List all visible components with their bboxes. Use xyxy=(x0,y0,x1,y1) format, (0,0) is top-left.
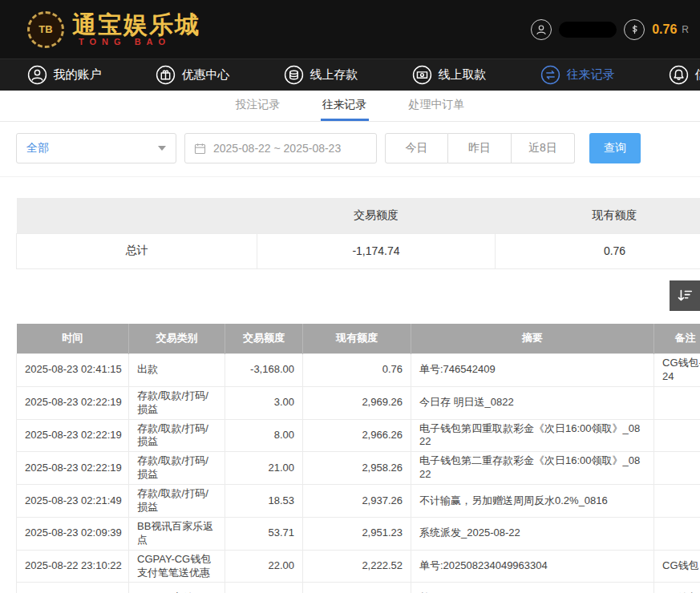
cell-summary: 电子钱包第二重存款彩金《次日16:00领取》_0822 xyxy=(411,452,654,485)
sort-descending-icon xyxy=(676,287,694,305)
cell-remark xyxy=(654,485,700,518)
cell-type: BB视讯百家乐返点 xyxy=(129,517,225,550)
nav-item-promotions[interactable]: 优惠中心 xyxy=(128,59,257,91)
nav-item-online-deposit[interactable]: 线上存款 xyxy=(257,59,385,91)
balance-amount: 0.76 xyxy=(652,22,677,37)
cell-remark: CG钱包-24 xyxy=(654,354,700,387)
cell-balance: 2,222.52 xyxy=(303,550,411,583)
summary-total-label: 总计 xyxy=(17,233,257,268)
cell-balance: 2,951.23 xyxy=(303,517,411,550)
main-nav: 我的账户 优惠中心 线上存款 线上取款 往来记录 xyxy=(0,58,700,91)
col-header-time: 时间 xyxy=(17,324,129,354)
nav-item-online-withdrawal[interactable]: 线上取款 xyxy=(385,59,513,91)
filter-bar: 全部 2025-08-22 ~ 2025-08-23 今日 昨日 近8日 查询 xyxy=(0,122,700,177)
cell-balance: 2,937.26 xyxy=(303,485,411,518)
transactions-body: 2025-08-23 02:41:15出款-3,168.000.76单号:746… xyxy=(17,354,700,593)
bell-icon xyxy=(669,65,689,85)
cell-summary: 电子钱包第四重取款彩金《次日16:00领取》_0822 xyxy=(411,419,654,452)
record-tabs: 投注记录 往来记录 处理中订单 xyxy=(0,91,700,122)
balance-dollar-icon[interactable] xyxy=(624,19,645,40)
col-header-remark: 备注 xyxy=(654,324,700,354)
summary-header-balance: 现有额度 xyxy=(496,198,700,233)
table-row: 2025-08-22 23:10:22CGPAY支付2,200.002,200.… xyxy=(17,583,700,593)
cell-remark: CG钱包 xyxy=(654,583,700,593)
col-header-summary: 摘要 xyxy=(411,324,654,354)
yesterday-button[interactable]: 昨日 xyxy=(448,133,512,163)
table-row: 2025-08-23 02:22:19存款/取款/打码/损益8.002,966.… xyxy=(17,419,700,452)
transactions-table: 时间 交易类别 交易额度 现有额度 摘要 备注 2025-08-23 02:41… xyxy=(16,324,700,593)
search-button[interactable]: 查询 xyxy=(589,133,641,163)
tab-transaction-records[interactable]: 往来记录 xyxy=(321,91,369,121)
cell-amount: 18.53 xyxy=(225,485,303,518)
nav-item-transaction-records[interactable]: 往来记录 xyxy=(513,59,641,91)
table-row: 2025-08-23 02:41:15出款-3,168.000.76单号:746… xyxy=(17,354,700,387)
nav-item-my-account[interactable]: 我的账户 xyxy=(0,59,128,91)
cell-amount: 53.71 xyxy=(225,517,303,550)
nav-item-label: 线上存款 xyxy=(310,67,358,83)
cell-summary: 单号:202508234049963304 xyxy=(411,550,654,583)
transfer-icon xyxy=(540,65,560,85)
nav-item-label: 线上取款 xyxy=(439,67,487,83)
account-area: 0.76 R xyxy=(531,19,692,40)
date-range-value: 2025-08-22 ~ 2025-08-23 xyxy=(213,142,341,155)
cell-time: 2025-08-23 02:22:19 xyxy=(17,419,129,452)
calendar-icon xyxy=(193,142,207,155)
last-8-days-button[interactable]: 近8日 xyxy=(512,133,575,163)
cell-balance: 2,200.52 xyxy=(303,583,411,593)
today-button[interactable]: 今日 xyxy=(385,133,448,163)
user-avatar-icon[interactable] xyxy=(531,19,552,40)
nav-item-label: 信息公告 xyxy=(695,67,700,83)
toolbar-row xyxy=(0,280,700,311)
cell-type: CGPAY支付 xyxy=(129,583,225,593)
cell-time: 2025-08-23 02:21:49 xyxy=(17,485,129,518)
summary-total-row: 总计 -1,174.74 0.76 xyxy=(17,233,700,268)
table-row: 2025-08-22 23:10:22CGPAY-CG钱包支付笔笔送优惠22.0… xyxy=(17,550,700,583)
cell-remark xyxy=(654,419,700,452)
summary-header-transaction: 交易额度 xyxy=(257,198,496,233)
chevron-down-icon xyxy=(158,146,166,151)
cell-amount: 22.00 xyxy=(225,550,303,583)
cell-type: 存款/取款/打码/损益 xyxy=(129,485,225,518)
cell-time: 2025-08-23 02:41:15 xyxy=(17,354,129,387)
nav-item-label: 我的账户 xyxy=(54,67,102,83)
redacted-username xyxy=(559,22,617,38)
date-range-input[interactable]: 2025-08-22 ~ 2025-08-23 xyxy=(184,133,377,163)
cell-type: 存款/取款/打码/损益 xyxy=(129,386,225,419)
tab-betting-records[interactable]: 投注记录 xyxy=(234,91,282,121)
sort-button[interactable] xyxy=(670,280,700,311)
cell-amount: 3.00 xyxy=(225,386,303,419)
table-row: 2025-08-23 02:09:39BB视讯百家乐返点53.712,951.2… xyxy=(17,517,700,550)
cell-time: 2025-08-22 23:10:22 xyxy=(17,583,129,593)
top-header: TB 通宝娱乐城 TONG BAO 0.76 R xyxy=(0,0,700,58)
cell-remark: CG钱包 xyxy=(654,550,700,583)
logo-chip-icon: TB xyxy=(27,11,64,48)
cell-type: 出款 xyxy=(129,354,225,387)
cell-time: 2025-08-23 02:22:19 xyxy=(17,452,129,485)
cell-type: CGPAY-CG钱包支付笔笔送优惠 xyxy=(129,550,225,583)
banknote-icon xyxy=(412,65,432,85)
cell-time: 2025-08-23 02:22:19 xyxy=(17,386,129,419)
cell-remark xyxy=(654,386,700,419)
logo-subtitle: TONG BAO xyxy=(72,37,200,46)
cell-remark xyxy=(654,452,700,485)
cell-summary: 单号:202508234049963304 xyxy=(411,583,654,593)
cell-summary: 不计输赢，另加赠送周周反水0.2%_0816 xyxy=(411,485,654,518)
records-section: 时间 交易类别 交易额度 现有额度 摘要 备注 2025-08-23 02:41… xyxy=(16,324,700,593)
table-row: 2025-08-23 02:22:19存款/取款/打码/损益3.002,969.… xyxy=(17,386,700,419)
summary-header-empty xyxy=(17,198,257,233)
logo[interactable]: TB 通宝娱乐城 TONG BAO xyxy=(27,11,200,48)
cell-remark xyxy=(654,517,700,550)
type-select-value: 全部 xyxy=(26,141,49,155)
quick-date-buttons: 今日 昨日 近8日 xyxy=(385,133,575,163)
summary-table: 交易额度 现有额度 总计 -1,174.74 0.76 xyxy=(16,198,700,269)
summary-balance-total: 0.76 xyxy=(496,233,700,268)
nav-item-announcements[interactable]: 信息公告 xyxy=(641,59,700,91)
cell-balance: 2,966.26 xyxy=(303,419,411,452)
cell-time: 2025-08-23 02:09:39 xyxy=(17,517,129,550)
tab-pending-orders[interactable]: 处理中订单 xyxy=(407,91,467,121)
cell-amount: 8.00 xyxy=(225,419,303,452)
cell-balance: 0.76 xyxy=(303,354,411,387)
type-select[interactable]: 全部 xyxy=(16,133,176,163)
summary-section: 交易额度 现有额度 总计 -1,174.74 0.76 xyxy=(16,198,700,269)
nav-item-label: 优惠中心 xyxy=(182,67,230,83)
